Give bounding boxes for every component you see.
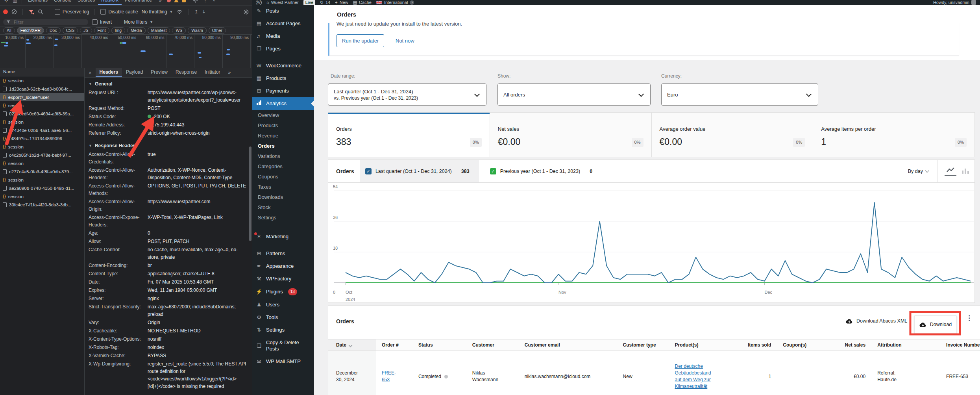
devtools-tab-console[interactable]: Console (51, 0, 74, 5)
submenu-item-overview[interactable]: Overview (252, 110, 314, 121)
sidebar-item-appearance[interactable]: ✒Appearance (252, 260, 314, 273)
request-row[interactable]: {}14849?ts=1741344869096 (0, 134, 84, 143)
account-menu[interactable]: Howdy, unsvadmin (933, 0, 976, 5)
request-row[interactable]: {}session (0, 143, 84, 151)
wordpress-logo-icon[interactable]: W (256, 0, 262, 5)
column-header-product-s-[interactable]: Product(s) (669, 339, 740, 350)
run-updater-button[interactable]: Run the updater (337, 34, 384, 47)
devtools-settings-icon[interactable] (193, 0, 201, 3)
sidebar-item-analytics[interactable]: Analytics (252, 97, 314, 110)
more-detail-tabs-icon[interactable]: » (224, 68, 235, 77)
devtools-close-icon[interactable]: × (210, 0, 218, 3)
download-button[interactable]: Download (914, 315, 957, 334)
summary-tile-average-items-per-order[interactable]: Average items per order10% (813, 113, 974, 157)
site-home-link[interactable]: ⌂Wuest Partner (266, 0, 299, 5)
legend-checkbox-icon[interactable]: ✓ (365, 168, 372, 174)
interval-dropdown[interactable]: By day (908, 169, 928, 174)
network-settings-gear-icon[interactable] (244, 9, 249, 15)
column-header-customer[interactable]: Customer (467, 339, 519, 350)
submenu-item-settings[interactable]: Settings (252, 213, 314, 223)
console-errors-badge[interactable] (167, 0, 171, 2)
details-scrollbar[interactable] (249, 147, 251, 241)
column-header-date[interactable]: Date (328, 339, 376, 350)
sidebar-item-marketing[interactable]: ✶Marketing (252, 230, 314, 243)
detail-tab-response[interactable]: Response (172, 68, 201, 77)
detail-tab-payload[interactable]: Payload (122, 68, 147, 77)
request-type-chip-ws[interactable]: WS (172, 27, 186, 34)
request-row[interactable]: 0270cedf-0c69-4694-a9f8-39a... (0, 109, 84, 118)
invert-filter-checkbox[interactable]: Invert (92, 19, 112, 25)
summary-tile-orders[interactable]: Orders3830% (328, 113, 490, 157)
throttling-dropdown[interactable]: No throttling▼ (142, 9, 173, 15)
request-row[interactable]: 30fc4ee7-f1fa-4f20-8da3-3db... (0, 200, 84, 209)
column-header-invoice-number[interactable]: Invoice Number (941, 339, 980, 350)
devtools-tab-elements[interactable]: Elements (25, 0, 51, 5)
sidebar-item-pages[interactable]: ❐Pages (252, 43, 314, 55)
column-header-coupon-s-[interactable]: Coupon(s) (777, 339, 834, 350)
request-row[interactable]: {}session (0, 159, 84, 167)
column-header-customer-type[interactable]: Customer type (618, 339, 669, 350)
inspect-element-icon[interactable]: ⊹ (2, 0, 10, 3)
more-panels-icon[interactable]: » (156, 0, 165, 5)
request-row[interactable]: {}export?_locale=user (0, 93, 84, 101)
filter-icon[interactable] (28, 9, 34, 15)
sidebar-item-copy-delete-posts[interactable]: ❏Copy & Delete Posts (252, 336, 314, 355)
sidebar-item-media[interactable]: ♬Media (252, 30, 314, 43)
summary-tile-net-sales[interactable]: Net sales€0.000% (490, 113, 651, 157)
request-type-chip-media[interactable]: Media (127, 27, 146, 34)
submenu-item-products[interactable]: Products (252, 121, 314, 131)
request-type-chip-manifest[interactable]: Manifest (148, 27, 170, 34)
column-header-customer-email[interactable]: Customer email (519, 339, 618, 350)
request-row[interactable]: {}session (0, 76, 84, 85)
request-type-chip-img[interactable]: Img (111, 27, 126, 34)
request-row[interactable]: {}session (0, 101, 84, 109)
search-icon[interactable] (38, 9, 43, 15)
network-overview-timeline[interactable]: 10,000 ms20,000 ms30,000 ms40,000 ms50,0… (0, 35, 252, 69)
clear-network-log-icon[interactable] (11, 9, 17, 15)
request-row[interactable]: c277e4a5-0fa3-4f8f-a0db-379... (0, 167, 84, 176)
disable-cache-checkbox[interactable]: Disable cache (100, 9, 138, 15)
request-row[interactable]: {}session (0, 118, 84, 126)
request-row[interactable]: c4c2b85f-1b2d-478e-bebf-97... (0, 151, 84, 159)
request-row[interactable]: {}session (0, 192, 84, 200)
show-dropdown[interactable]: All orders (497, 83, 651, 106)
submenu-item-stock[interactable]: Stock (252, 202, 314, 213)
sidebar-item-tools[interactable]: ⚙Tools (252, 311, 314, 324)
issues-badge[interactable] (182, 0, 186, 2)
sidebar-item-users[interactable]: ♟Users (252, 299, 314, 311)
console-warnings-badge[interactable] (174, 0, 179, 2)
network-filter-input[interactable] (13, 19, 74, 25)
devtools-tab-network[interactable]: Network (98, 0, 122, 5)
detail-tab-headers[interactable]: Headers (96, 68, 122, 77)
more-filters-dropdown[interactable]: More filters▼ (124, 19, 153, 25)
detail-tab-preview[interactable]: Preview (147, 68, 172, 77)
request-type-chip-doc[interactable]: Doc (46, 27, 61, 34)
sidebar-item-posts[interactable]: ✎Posts (252, 5, 314, 17)
submenu-item-categories[interactable]: Categories (252, 161, 314, 172)
request-row[interactable]: 1d23caa3-62cb-4ad3-b006-fc... (0, 85, 84, 93)
submenu-item-orders[interactable]: Orders (252, 141, 314, 151)
record-network-log-button[interactable] (3, 9, 8, 14)
devtools-tab-performance[interactable]: Performance (122, 0, 155, 5)
legend-checkbox-icon[interactable]: ✓ (490, 168, 496, 174)
request-row[interactable]: ae2a890b-0748-4150-849b-d1... (0, 184, 84, 192)
submenu-item-taxes[interactable]: Taxes (252, 182, 314, 192)
bar-chart-toggle-icon[interactable] (960, 167, 971, 175)
summary-tile-average-order-value[interactable]: Average order value€0.000% (651, 113, 813, 157)
response-headers-section-header[interactable]: ▼Response Headers (89, 143, 248, 148)
chart-legend-item-1[interactable]: ✓Previous year (Oct 1 - Dec 31, 2023)0 (484, 160, 602, 182)
international-menu[interactable]: International ? (376, 0, 414, 5)
orders-line-chart[interactable]: 5436180Oct2024NovDec (328, 183, 974, 303)
device-toolbar-icon[interactable]: ▥ (11, 0, 19, 3)
column-header-attribution[interactable]: Attribution (872, 339, 941, 350)
general-section-header[interactable]: ▼General (89, 81, 248, 87)
export-har-icon[interactable]: ↧ (202, 9, 205, 15)
network-conditions-icon[interactable] (176, 9, 183, 15)
request-row[interactable]: {}session (0, 176, 84, 184)
column-header-net-sales[interactable]: Net sales (834, 339, 872, 350)
column-header-items-sold[interactable]: Items sold (740, 339, 777, 350)
column-header-status[interactable]: Status (413, 339, 467, 350)
updates-indicator[interactable]: ↻14 (320, 0, 330, 5)
request-type-chip-font[interactable]: Font (94, 27, 109, 34)
order-link[interactable]: FREE-653 (382, 370, 399, 383)
